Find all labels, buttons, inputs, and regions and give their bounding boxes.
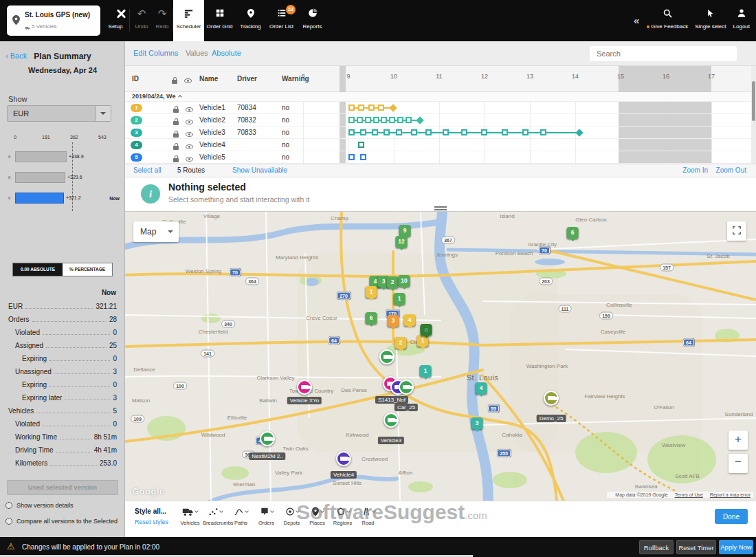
vehicle-marker[interactable] bbox=[399, 380, 414, 395]
fullscreen-button[interactable] bbox=[727, 221, 746, 241]
order-box[interactable] bbox=[540, 129, 546, 135]
order-box[interactable] bbox=[360, 154, 366, 160]
vehicle-marker[interactable] bbox=[260, 431, 275, 446]
scrollbar-thumb[interactable] bbox=[752, 81, 755, 121]
version-bar[interactable] bbox=[15, 151, 67, 162]
visibility-icon[interactable] bbox=[186, 154, 193, 162]
visibility-icon[interactable] bbox=[186, 129, 193, 138]
order-marker[interactable]: 4 bbox=[476, 382, 487, 394]
order-box[interactable] bbox=[348, 117, 355, 123]
rollback-button[interactable]: Rollback bbox=[639, 540, 674, 554]
order-marker[interactable]: 2 bbox=[387, 276, 399, 288]
give-feedback-button[interactable]: Give Feedback bbox=[643, 0, 691, 41]
visibility-icon[interactable] bbox=[186, 142, 193, 150]
panel-drag-handle[interactable] bbox=[434, 206, 447, 210]
order-box[interactable] bbox=[461, 129, 467, 135]
order-box[interactable] bbox=[411, 129, 417, 135]
search-input[interactable] bbox=[590, 46, 737, 61]
vehicle-marker[interactable] bbox=[383, 413, 399, 428]
style-item-regions[interactable]: Regions bbox=[330, 505, 355, 526]
toggle-percentage[interactable]: % PERCENTAGE bbox=[63, 263, 112, 276]
order-box[interactable] bbox=[358, 142, 364, 148]
done-button[interactable]: Done bbox=[715, 509, 748, 524]
style-item-places[interactable]: Places bbox=[304, 505, 330, 526]
dropdown-button[interactable] bbox=[96, 106, 111, 121]
tab-tracking[interactable]: Tracking bbox=[235, 0, 266, 41]
style-item-road[interactable]: Road bbox=[355, 505, 381, 526]
order-box[interactable] bbox=[348, 105, 355, 111]
vehicle-marker[interactable] bbox=[544, 391, 559, 406]
version-bar[interactable] bbox=[15, 172, 65, 183]
scheduler-row[interactable]: 4Vehicle4no bbox=[125, 139, 751, 151]
column-name[interactable]: Name bbox=[199, 75, 218, 83]
order-box[interactable] bbox=[481, 129, 487, 135]
style-item-vehicles[interactable]: Vehicles bbox=[177, 505, 203, 526]
select-all-link[interactable]: Select all bbox=[133, 166, 162, 174]
style-item-orders[interactable]: Orders bbox=[254, 505, 279, 526]
order-marker[interactable]: 1 bbox=[366, 286, 377, 298]
tab-order-list[interactable]: Order List23 bbox=[266, 0, 297, 41]
order-box[interactable] bbox=[373, 117, 379, 123]
reset-timer-button[interactable]: Reset Timer bbox=[676, 540, 716, 554]
currency-dropdown[interactable]: EUR bbox=[7, 105, 111, 122]
tab-scheduler[interactable]: Scheduler bbox=[173, 0, 204, 41]
lock-icon[interactable] bbox=[173, 129, 179, 138]
order-box[interactable] bbox=[502, 129, 508, 135]
order-box[interactable] bbox=[378, 105, 384, 111]
version-bar[interactable] bbox=[15, 193, 64, 204]
tab-order-grid[interactable]: Order Grid bbox=[204, 0, 235, 41]
visibility-icon[interactable] bbox=[186, 117, 193, 125]
order-box[interactable] bbox=[389, 117, 395, 123]
undo-button[interactable]: ↶ Undo bbox=[132, 0, 151, 41]
order-marker[interactable]: 10 bbox=[399, 275, 410, 287]
order-marker[interactable]: 12 bbox=[396, 236, 408, 248]
order-box[interactable] bbox=[381, 117, 387, 123]
map-canvas[interactable]: Map + − Google Map data ©2019 Google Ter… bbox=[125, 212, 756, 501]
logout-button[interactable]: Logout bbox=[730, 0, 753, 41]
depot-marker[interactable]: ⌂ bbox=[421, 324, 432, 336]
style-item-breadcrumbs[interactable]: Breadcrumbs bbox=[203, 505, 228, 526]
order-box[interactable] bbox=[368, 105, 375, 111]
lock-icon[interactable] bbox=[173, 117, 179, 125]
order-box[interactable] bbox=[397, 117, 403, 123]
lock-icon[interactable] bbox=[173, 154, 179, 162]
scrollbar[interactable] bbox=[751, 66, 756, 164]
order-marker[interactable]: 3 bbox=[471, 417, 483, 429]
reset-styles-link[interactable]: Reset styles bbox=[135, 518, 168, 525]
lock-icon[interactable] bbox=[173, 105, 179, 113]
order-marker[interactable]: 3 bbox=[388, 315, 399, 327]
order-marker[interactable]: 1 bbox=[420, 365, 432, 377]
setup-button[interactable]: Setup bbox=[104, 0, 126, 41]
style-item-depots[interactable]: Depots bbox=[279, 505, 304, 526]
order-marker[interactable]: 1 bbox=[394, 293, 405, 305]
scheduler-row[interactable]: 1Vehicle170834no bbox=[125, 102, 751, 114]
zoom-in-link[interactable]: Zoom In bbox=[682, 166, 708, 174]
edit-columns-link[interactable]: Edit Columns bbox=[133, 49, 178, 57]
order-box[interactable] bbox=[396, 129, 402, 135]
order-marker[interactable]: 4 bbox=[404, 314, 416, 326]
map-type-selector[interactable]: Map bbox=[133, 221, 179, 242]
scheduler-row[interactable]: 5Vehicle5no bbox=[125, 151, 751, 164]
scheduler-row[interactable]: 2Vehicle270832no bbox=[125, 114, 751, 127]
map-zoom-in-button[interactable]: + bbox=[729, 430, 748, 450]
visibility-icon[interactable] bbox=[186, 105, 193, 113]
column-id[interactable]: ID bbox=[132, 75, 139, 83]
radio-compare-versions[interactable]: Compare all versions to the Selected bbox=[5, 516, 118, 526]
map-zoom-out-button[interactable]: − bbox=[729, 454, 748, 473]
order-box[interactable] bbox=[372, 129, 378, 135]
style-item-paths[interactable]: Paths bbox=[228, 505, 254, 526]
order-box[interactable] bbox=[405, 117, 412, 123]
apply-now-button[interactable]: Apply Now bbox=[719, 540, 753, 554]
show-unavailable-link[interactable]: Show Unavailable bbox=[232, 166, 287, 174]
toggle-absolute[interactable]: 0.00 ABSOLUTE bbox=[13, 263, 63, 276]
order-box[interactable] bbox=[357, 117, 363, 123]
date-group-row[interactable]: 2019/04/24, We bbox=[125, 92, 756, 102]
order-marker[interactable]: 9 bbox=[399, 225, 411, 237]
vehicle-marker[interactable] bbox=[297, 380, 312, 395]
use-selected-version-button[interactable]: Used selected version bbox=[7, 480, 118, 495]
order-marker[interactable]: 6 bbox=[366, 312, 377, 324]
redo-button[interactable]: ↷ Redo bbox=[153, 0, 172, 41]
absolute-dropdown[interactable]: Absolute bbox=[212, 49, 241, 57]
zoom-out-link[interactable]: Zoom Out bbox=[716, 166, 746, 174]
order-box[interactable] bbox=[425, 129, 432, 135]
